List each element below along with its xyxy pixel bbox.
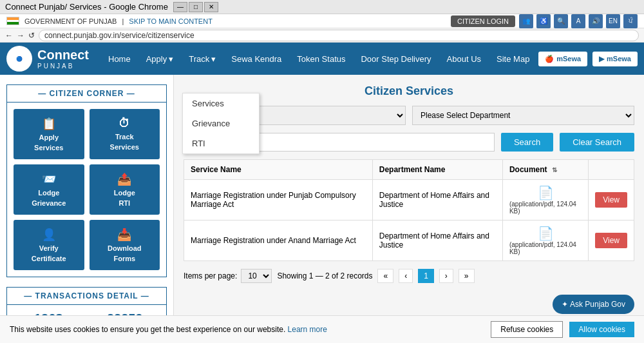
nav-apply[interactable]: Apply ▾ [140, 50, 180, 68]
doc-icon: 📄 (application/pdf, 124.04 KB) [509, 226, 582, 255]
lodge-grievance-button[interactable]: 📨 LodgeGrievance [14, 164, 84, 215]
verify-certificate-button[interactable]: 👤 VerifyCertificate [14, 220, 84, 270]
msewa-android-button[interactable]: ▶ mSewa [592, 52, 638, 66]
nav-bar: 🔵 Connect PUNJAB Home Apply ▾ Track ▾ Se… [0, 43, 644, 75]
top-bar-left: GOVERNMENT OF PUNJAB | SKIP TO MAIN CONT… [6, 17, 213, 25]
learn-more-link[interactable]: Learn more [288, 325, 327, 334]
gov-label: GOVERNMENT OF PUNJAB [24, 17, 117, 25]
nav-items: Home Apply ▾ Track ▾ Sewa Kendra Token S… [102, 50, 538, 68]
first-page-button[interactable]: « [377, 269, 393, 283]
accessibility-icon[interactable]: ♿ [536, 14, 551, 28]
nav-about-us[interactable]: About Us [440, 50, 488, 68]
maximize-button[interactable]: □ [189, 2, 203, 12]
apply-services-button[interactable]: 📋 ApplyServices [14, 109, 84, 159]
last-page-button[interactable]: » [459, 269, 475, 283]
url-bar[interactable]: connect.punjab.gov.in/service/citizenser… [39, 30, 639, 41]
logo-punjab: PUNJAB [37, 63, 89, 70]
document-cell: 📄 (application/pdf, 124.04 KB) [502, 180, 588, 220]
minimize-button[interactable]: — [173, 2, 187, 12]
track-services-button[interactable]: ⏱ TrackServices [90, 109, 160, 159]
col-document: Document ⇅ [502, 160, 588, 180]
action-cell: View [589, 220, 634, 261]
items-per-page-label: Items per page: [184, 271, 237, 280]
action-cell: View [589, 180, 634, 220]
view-button-2[interactable]: View [595, 233, 627, 248]
window-title: Connect Punjab/ Services - Google Chrome [5, 2, 168, 12]
nav-token-status[interactable]: Token Status [290, 50, 352, 68]
department-select[interactable]: Please Select Department [412, 106, 634, 125]
track-chevron-icon: ▾ [211, 54, 216, 64]
cookie-bar: This website uses cookies to ensure you … [0, 315, 644, 343]
nav-door-step[interactable]: Door Step Delivery [354, 50, 437, 68]
table-header-row: Service Name Department Name Document ⇅ [184, 160, 634, 180]
main-content: — CITIZEN CORNER — 📋 ApplyServices ⏱ Tra… [0, 75, 644, 333]
lodge-grievance-icon: 📨 [42, 172, 56, 186]
logo-area: 🔵 Connect PUNJAB [6, 46, 89, 72]
col-service-name: Service Name [184, 160, 373, 180]
msewa-apple-button[interactable]: 🍎 mSewa [538, 52, 587, 66]
items-per-page: Items per page: 10 [184, 269, 272, 283]
india-flag [6, 17, 19, 25]
department-name-cell: Department of Home Affairs and Justice [372, 220, 502, 261]
separator: | [122, 17, 124, 25]
sidebar: — CITIZEN CORNER — 📋 ApplyServices ⏱ Tra… [0, 75, 174, 333]
logo-emblem: 🔵 [6, 46, 32, 72]
nav-forward[interactable]: → [17, 31, 24, 40]
pagination-row: Items per page: 10 Showing 1 — 2 of 2 re… [184, 269, 634, 283]
col-action [589, 160, 634, 180]
nav-home[interactable]: Home [102, 50, 137, 68]
current-page-button[interactable]: 1 [418, 269, 434, 283]
apply-dropdown-menu: Services Grievance RTI [182, 93, 260, 154]
view-button-1[interactable]: View [595, 192, 627, 208]
logo-connect: Connect [37, 48, 89, 63]
nav-back[interactable]: ← [5, 31, 13, 40]
results-table: Service Name Department Name Document ⇅ … [184, 159, 634, 261]
address-bar: ← → ↺ connect.punjab.gov.in/service/citi… [0, 28, 644, 43]
service-name-cell: Marriage Registration under Anand Marria… [184, 220, 373, 261]
pdf-icon: 📄 [538, 226, 554, 241]
window-bar: Connect Punjab/ Services - Google Chrome… [0, 0, 644, 14]
items-per-page-select[interactable]: 10 [241, 269, 272, 283]
nav-track[interactable]: Track ▾ [182, 50, 222, 68]
showing-label: Showing 1 — 2 of 2 records [277, 271, 372, 280]
download-forms-button[interactable]: 📥 DownloadForms [90, 220, 160, 270]
search-button[interactable]: Search [501, 133, 553, 152]
dropdown-grievance[interactable]: Grievance [183, 113, 259, 133]
next-page-button[interactable]: › [439, 269, 453, 283]
nav-right-buttons: 🍎 mSewa ▶ mSewa [538, 52, 638, 66]
dropdown-rti[interactable]: RTI [183, 133, 259, 153]
sort-icon[interactable]: ⇅ [552, 166, 557, 173]
dropdown-services[interactable]: Services [183, 93, 259, 113]
service-name-cell: Marriage Registration under Punjab Compu… [184, 180, 373, 220]
transactions-header: — TRANSACTIONS DETAIL — [7, 288, 166, 305]
close-button[interactable]: ✕ [204, 2, 218, 12]
ask-punjab-button[interactable]: ✦ Ask Punjab Gov [553, 295, 634, 314]
skip-link[interactable]: SKIP TO MAIN CONTENT [129, 17, 213, 25]
refuse-cookies-button[interactable]: Refuse cookies [491, 321, 563, 338]
department-name-cell: Department of Home Affairs and Justice [372, 180, 502, 220]
window-controls: — □ ✕ [173, 2, 218, 12]
nav-site-map[interactable]: Site Map [490, 50, 536, 68]
top-bar-right: CITIZEN LOGIN 👥 ♿ 🔍 A 🔊 EN ਪੰ [451, 14, 638, 28]
reload[interactable]: ↺ [28, 31, 35, 40]
nav-sewa-kendra[interactable]: Sewa Kendra [225, 50, 288, 68]
people-icon[interactable]: 👥 [519, 14, 533, 28]
search-icon[interactable]: 🔍 [554, 14, 568, 28]
lodge-rti-icon: 📤 [117, 172, 131, 186]
language-pa[interactable]: ਪੰ [623, 14, 638, 28]
prev-page-button[interactable]: ‹ [399, 269, 413, 283]
lodge-rti-button[interactable]: 📤 LodgeRTI [90, 164, 160, 215]
citizen-login-button[interactable]: CITIZEN LOGIN [451, 15, 515, 27]
translate-icon[interactable]: A [571, 14, 585, 28]
language-en[interactable]: EN [606, 14, 620, 28]
cookie-message: This website uses cookies to ensure you … [10, 325, 484, 334]
allow-cookies-button[interactable]: Allow cookies [569, 322, 634, 337]
clear-search-button[interactable]: Clear Search [560, 133, 634, 152]
audio-icon[interactable]: 🔊 [589, 14, 603, 28]
document-cell: 📄 (application/pdf, 124.04 KB) [502, 220, 588, 261]
verify-cert-icon: 👤 [42, 228, 56, 242]
citizen-corner-section: — CITIZEN CORNER — 📋 ApplyServices ⏱ Tra… [6, 84, 167, 277]
sidebar-grid: 📋 ApplyServices ⏱ TrackServices 📨 LodgeG… [7, 103, 166, 277]
table-row: Marriage Registration under Anand Marria… [184, 220, 634, 261]
logo-text-area: Connect PUNJAB [37, 48, 89, 70]
